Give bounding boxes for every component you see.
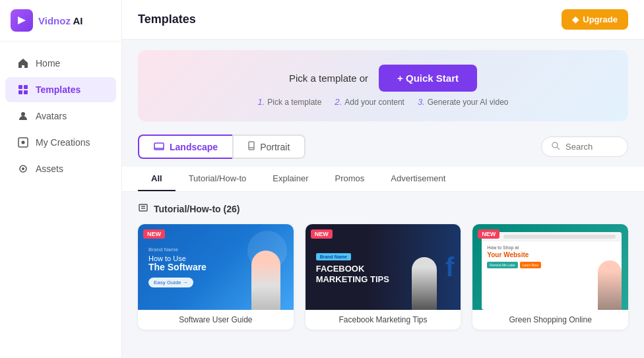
svg-point-5 (21, 112, 25, 116)
quick-start-button[interactable]: + Quick Start (379, 65, 477, 92)
browser-url (503, 235, 616, 239)
step-2-text: Add your content (344, 98, 404, 107)
browser-bar (482, 232, 622, 241)
svg-rect-2 (24, 85, 28, 89)
svg-rect-3 (18, 90, 22, 94)
template-card-facebook[interactable]: NEW Brand Name FACEBOOKMARKETING TIPS f … (306, 224, 461, 330)
template-thumb-1: NEW Brand Name How to Use The Software E… (138, 224, 294, 310)
new-badge-1: NEW (143, 229, 165, 239)
thumb1-brand: Brand Name (148, 247, 207, 253)
templates-section: Tutorial/How-to (26) NEW Brand Name How … (122, 202, 644, 345)
top-bar: Templates ◆ Upgrade (122, 0, 644, 40)
step-1-text: Pick a template (267, 98, 321, 107)
nav-items: Home Templates Avatars (0, 42, 121, 358)
category-tabs: All Tutorial/How-to Explainer Promos Adv… (122, 167, 644, 192)
template-label-2: Facebook Marketing Tips (306, 310, 461, 330)
sidebar-item-home[interactable]: Home (5, 51, 116, 76)
steps-area: 1. Pick a template 2. Add your content 3… (257, 97, 508, 107)
thumb1-avatar (251, 251, 280, 310)
fb-logo: f (445, 253, 454, 282)
cat-tab-explainer[interactable]: Explainer (259, 167, 321, 191)
logo-area: Vidnoz AI (0, 0, 121, 42)
section-list-icon (138, 202, 148, 215)
cat-tab-all[interactable]: All (138, 167, 176, 191)
landscape-icon (154, 142, 164, 152)
cat-tab-promos[interactable]: Promos (321, 167, 377, 191)
svg-rect-16 (139, 204, 147, 211)
sidebar-item-assets[interactable]: Assets (5, 156, 116, 181)
template-label-1: Software User Guide (138, 310, 294, 330)
template-label-3: Green Shopping Online (472, 310, 628, 330)
step-3-num: 3. (418, 97, 425, 107)
page-title: Templates (138, 13, 196, 26)
thumb2-tag: Brand Name (316, 253, 351, 260)
browser-buttons: Remind Me Later Learn Now (487, 262, 616, 268)
svg-line-15 (557, 147, 560, 150)
sidebar-item-templates[interactable]: Templates (5, 77, 116, 102)
banner-area: Pick a template or + Quick Start 1. Pick… (138, 50, 628, 121)
template-thumb-2: NEW Brand Name FACEBOOKMARKETING TIPS f (306, 224, 461, 310)
home-label: Home (36, 58, 60, 69)
thumb1-software: The Software (148, 262, 207, 272)
step-2-num: 2. (335, 97, 342, 107)
svg-point-7 (22, 141, 25, 144)
landscape-label: Landscape (170, 142, 218, 152)
section-title: Tutorial/How-to (26) (154, 204, 240, 214)
step-3-text: Generate your AI video (428, 98, 509, 107)
thumb2-headline: FACEBOOKMARKETING TIPS (316, 264, 389, 284)
assets-label: Assets (36, 164, 63, 174)
cat-tab-tutorial[interactable]: Tutorial/How-to (176, 167, 260, 191)
step-1: 1. Pick a template (257, 97, 321, 107)
tab-landscape[interactable]: Landscape (138, 134, 232, 159)
home-icon (17, 57, 29, 69)
new-badge-3: NEW (478, 229, 499, 239)
tab-portrait[interactable]: Portrait (232, 134, 306, 159)
upgrade-button[interactable]: ◆ Upgrade (562, 9, 628, 30)
browser-how: How to Shop at (487, 245, 616, 250)
search-box[interactable] (541, 136, 628, 157)
portrait-icon (248, 141, 255, 152)
orientation-tabs: Landscape Portrait (138, 134, 306, 159)
search-icon (551, 141, 560, 152)
svg-marker-0 (18, 16, 26, 24)
templates-label: Templates (36, 84, 80, 95)
main-content: Templates ◆ Upgrade Pick a template or +… (122, 0, 644, 358)
cat-tab-advertisement[interactable]: Advertisement (377, 167, 459, 191)
avatars-label: Avatars (36, 111, 67, 121)
sidebar: Vidnoz AI Home Templates (0, 0, 122, 358)
svg-point-9 (22, 167, 24, 170)
svg-rect-12 (249, 142, 254, 150)
sidebar-item-my-creations[interactable]: My Creations (5, 130, 116, 155)
creations-icon (17, 136, 29, 148)
template-thumb-3: NEW How to Shop at Your Website (472, 224, 628, 310)
diamond-icon: ◆ (572, 15, 579, 24)
creations-label: My Creations (36, 137, 90, 148)
thumb1-how: How to Use (148, 254, 207, 262)
app-name: Vidnoz AI (38, 15, 83, 26)
templates-icon (17, 84, 29, 96)
upgrade-label: Upgrade (583, 15, 618, 24)
svg-rect-1 (18, 85, 22, 89)
template-card-software-guide[interactable]: NEW Brand Name How to Use The Software E… (138, 224, 294, 330)
thumb1-btn: Easy Guide → (148, 278, 193, 287)
new-badge-2: NEW (311, 229, 333, 239)
assets-icon (17, 163, 29, 175)
section-header: Tutorial/How-to (26) (138, 202, 628, 215)
browser-btn-2: Learn Now (520, 262, 541, 268)
step-1-num: 1. (257, 97, 265, 107)
templates-grid: NEW Brand Name How to Use The Software E… (138, 224, 628, 330)
template-card-green-shopping[interactable]: NEW How to Shop at Your Website (472, 224, 628, 330)
banner-pick-text: Pick a template or (289, 73, 368, 84)
sidebar-item-avatars[interactable]: Avatars (5, 104, 116, 129)
orientation-bar: Landscape Portrait (122, 129, 644, 164)
logo-icon (11, 9, 33, 32)
avatars-icon (17, 110, 29, 122)
browser-website: Your Website (487, 251, 616, 258)
search-input[interactable] (565, 142, 618, 152)
browser-btn-1: Remind Me Later (487, 262, 517, 268)
step-2: 2. Add your content (335, 97, 404, 107)
portrait-label: Portrait (260, 142, 290, 152)
svg-point-14 (552, 142, 558, 148)
thumb2-avatar (412, 257, 437, 310)
thumb3-avatar (598, 260, 622, 310)
